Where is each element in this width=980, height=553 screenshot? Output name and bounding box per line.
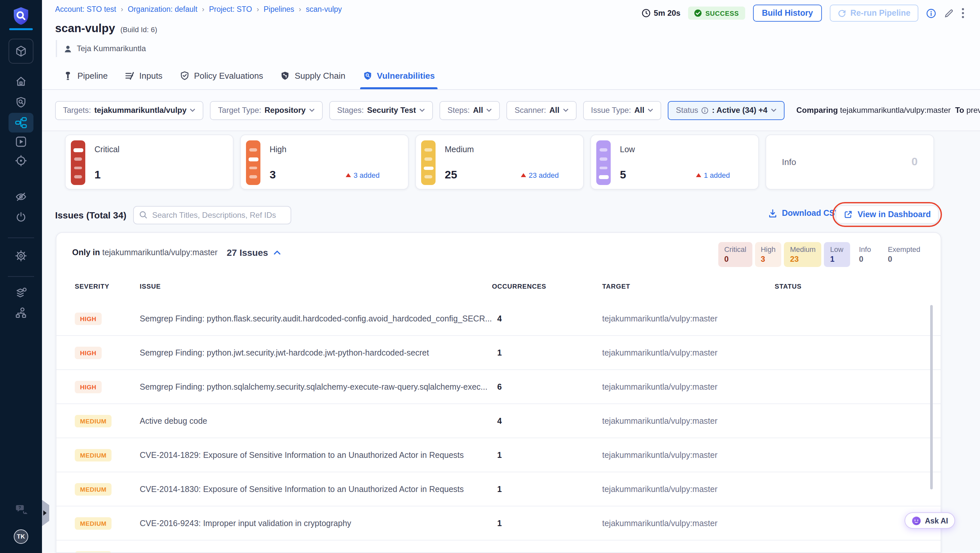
chip-exempted[interactable]: Exempted0 (882, 242, 926, 267)
target-value: tejakummarikuntla/vulpy:master (602, 416, 718, 426)
sidebar-item-pipelines-active[interactable] (8, 113, 33, 132)
sto-logo-icon[interactable] (0, 6, 42, 27)
severity-card-critical[interactable]: Critical 1 (65, 135, 234, 189)
chip-critical[interactable]: Critical0 (718, 242, 752, 267)
breadcrumb-current[interactable]: scan-vulpy (305, 5, 342, 13)
kebab-menu-icon[interactable] (962, 8, 964, 18)
card-count: 3 (270, 168, 276, 182)
table-row[interactable]: MEDIUM CVE-2014-1830: Exposure of Sensit… (56, 472, 941, 507)
issue-title: Semgrep Finding: python.flask.security.a… (140, 314, 492, 323)
tab-vulnerabilities[interactable]: Vulnerabilities (363, 62, 435, 89)
sidebar-item-hidden-issues[interactable] (0, 190, 42, 203)
chip-info[interactable]: Info0 (853, 242, 879, 267)
info-icon[interactable] (926, 8, 936, 18)
sidebar-item-home[interactable] (0, 75, 42, 88)
layers-gear-icon (14, 287, 27, 300)
occurrences-value: 4 (497, 416, 502, 426)
chip-high[interactable]: High3 (755, 242, 781, 267)
page-title: scan-vulpy (55, 22, 115, 35)
breadcrumb-org[interactable]: Organization: default (128, 5, 197, 13)
status-badge: SUCCESS (689, 6, 745, 20)
page-header: Account: STO test› Organization: default… (42, 0, 980, 62)
sidebar-item-get-started[interactable] (0, 211, 42, 224)
chevron-down-icon (309, 108, 315, 112)
breadcrumb-separator: › (299, 5, 301, 13)
chip-low[interactable]: Low1 (824, 242, 850, 267)
eye-off-icon (14, 190, 27, 203)
triangle-up-icon (696, 173, 701, 177)
table-row[interactable]: MEDIUM CVE-2016-9243: Improper input val… (56, 507, 941, 540)
sidebar-item-module-config[interactable] (0, 287, 42, 300)
home-icon (14, 75, 27, 88)
target-icon (14, 154, 27, 167)
sidebar-item-settings[interactable] (0, 249, 42, 262)
download-icon (768, 208, 777, 218)
tab-policy-evaluations[interactable]: Policy Evaluations (180, 62, 263, 89)
table-row[interactable]: MEDIUM Active debug code 4 tejakummariku… (56, 404, 941, 438)
svg-text:?: ? (18, 505, 21, 510)
severity-card-high[interactable]: High 3 3 added (240, 135, 409, 189)
added-count: 1 added (696, 171, 730, 179)
severity-card-info[interactable]: Info 0 (765, 135, 934, 189)
tab-pipeline[interactable]: Pipeline (63, 62, 108, 89)
edit-pencil-icon[interactable] (944, 8, 954, 18)
issue-group-header: Only in tejakummarikuntla/vulpy:master 2… (72, 247, 280, 258)
ai-avatar-icon (912, 516, 921, 525)
filter-scanner[interactable]: Scanner:All (507, 101, 577, 120)
issue-title: Semgrep Finding: python.jwt.security.jwt… (140, 348, 429, 357)
triangle-up-icon (521, 173, 526, 177)
issue-title: Semgrep Finding: python.sqlalchemy.secur… (140, 382, 487, 391)
view-in-dashboard-button[interactable]: View in Dashboard (836, 205, 939, 224)
breadcrumb-pipelines[interactable]: Pipelines (264, 5, 294, 13)
ask-ai-button[interactable]: Ask AI (905, 512, 955, 529)
severity-card-low[interactable]: Low 5 1 added (590, 135, 759, 189)
sidebar-item-targets[interactable] (0, 154, 42, 167)
filter-issue-type[interactable]: Issue Type:All (583, 101, 662, 120)
triangle-up-icon (346, 173, 351, 177)
chevron-down-icon (419, 108, 425, 112)
module-selector-button[interactable] (8, 39, 33, 64)
table-row[interactable]: HIGH Semgrep Finding: python.jwt.securit… (56, 336, 941, 370)
title-row: scan-vulpy (Build Id: 6) (55, 22, 157, 35)
table-scrollbar[interactable] (930, 305, 933, 489)
filter-stages[interactable]: Stages:Security Test (329, 101, 433, 120)
build-history-button[interactable]: Build History (753, 5, 822, 22)
user-avatar[interactable]: TK (14, 529, 28, 544)
rerun-pipeline-button[interactable]: Re-run Pipeline (830, 5, 918, 22)
chip-medium[interactable]: Medium23 (784, 242, 822, 267)
tab-supply-chain[interactable]: Supply Chain (280, 62, 345, 89)
severity-gauge (71, 140, 85, 185)
issue-title: CVE-2016-9243: Improper input validation… (140, 518, 351, 528)
table-row[interactable]: HIGH Semgrep Finding: python.flask.secur… (56, 302, 941, 336)
issues-panel: Only in tejakummarikuntla/vulpy:master 2… (56, 232, 941, 553)
chevron-down-icon (487, 108, 492, 112)
info-circle-icon (702, 106, 709, 114)
vulnerabilities-shield-icon (363, 71, 372, 81)
help-chat-button[interactable]: ? (0, 502, 42, 516)
breadcrumb-account[interactable]: Account: STO test (55, 5, 116, 13)
filter-status[interactable]: Status : Active (34) +4 (668, 101, 784, 120)
sidebar-item-executions[interactable] (0, 135, 42, 148)
policy-shield-check-icon (180, 71, 189, 81)
table-row[interactable]: MEDIUM CVE-2014-1829: Exposure of Sensit… (56, 438, 941, 472)
filter-targets[interactable]: Targets:tejakummarikuntla/vulpy (55, 101, 204, 120)
table-row-partial[interactable]: MEDIUM (56, 540, 941, 553)
sidebar-item-org-structure[interactable] (0, 306, 42, 319)
table-row[interactable]: HIGH Semgrep Finding: python.sqlalchemy.… (56, 370, 941, 404)
group-title: Only in tejakummarikuntla/vulpy:master (72, 248, 218, 257)
breadcrumb-project[interactable]: Project: STO (209, 5, 252, 13)
sidebar-item-scans[interactable] (0, 96, 42, 109)
severity-card-medium[interactable]: Medium 25 23 added (415, 135, 584, 189)
logo-divider (9, 28, 33, 30)
search-input[interactable] (133, 206, 291, 224)
filter-steps[interactable]: Steps:All (439, 101, 500, 120)
download-csv-button[interactable]: Download CSV (768, 208, 840, 218)
filter-target-type[interactable]: Target Type:Repository (210, 101, 323, 120)
breadcrumb-separator: › (256, 5, 259, 13)
tab-inputs[interactable]: Inputs (125, 62, 163, 89)
search-box (133, 206, 291, 224)
group-count-toggle[interactable]: 27 Issues (227, 247, 280, 258)
occurrences-value: 1 (497, 450, 502, 459)
breadcrumb-separator: › (202, 5, 204, 13)
card-count: 1 (94, 168, 101, 182)
